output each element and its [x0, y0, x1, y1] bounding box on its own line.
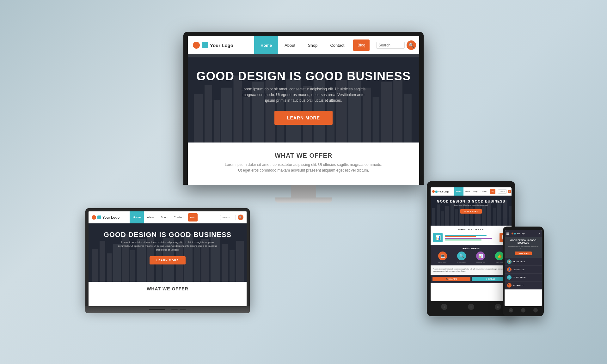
- laptop-hero-title: GOOD DESIGN IS GOOD BUSINESS: [93, 231, 242, 239]
- laptop-nav-blog[interactable]: Blog: [188, 213, 198, 221]
- search-button[interactable]: 🔍: [407, 40, 416, 50]
- tablet-home-btn[interactable]: ○: [468, 304, 474, 310]
- phone-hero-subtitle: Lorem ipsum dolor sit amet consectetur a…: [506, 246, 540, 249]
- laptop-base: [85, 306, 250, 313]
- desktop-hero-content: GOOD DESIGN IS GOOD BUSINESS Lorem ipsum…: [188, 54, 419, 131]
- tablet-offer-section: WHAT WE OFFER 📊 📈: [431, 226, 512, 245]
- tablet-hero: GOOD DESIGN IS GOOD BUSINESS Lorem ipsum…: [431, 196, 512, 226]
- laptop-logo-text: Your Logo: [102, 215, 120, 219]
- laptop-nav-shop[interactable]: Shop: [158, 211, 171, 223]
- phone-home-bar: ◁ ○ □: [505, 306, 542, 312]
- monitor-stand-neck: [291, 185, 316, 197]
- desktop-hero-title: GOOD DESIGN IS GOOD BUSINESS: [194, 70, 413, 83]
- laptop-nav-home[interactable]: Home: [130, 211, 144, 223]
- tablet-icon-label-1: LARGE VISION: [438, 261, 447, 263]
- desktop-hero-subtitle: Lorem ipsum dolor sit amet, consectetur …: [240, 86, 367, 103]
- tablet-nav-blog[interactable]: Blog: [490, 189, 495, 194]
- tablet-icon-circle-1: 💻: [438, 252, 447, 260]
- phone-menu-about[interactable]: 👤 ABOUT US: [505, 266, 542, 274]
- phone-logo-text: Your Logo: [517, 233, 525, 234]
- phone-menu-line-3: [506, 234, 509, 235]
- laptop-logo-square: [97, 215, 101, 219]
- phone-frame: Your Logo ↗ GOOD DESIGN IS GOOD BUSINESS…: [503, 227, 544, 316]
- desktop-offer-section: WHAT WE OFFER Lorem ipsum dolor sit amet…: [188, 143, 419, 185]
- laptop-search-input[interactable]: [220, 215, 236, 220]
- laptop-bottom-controls: [171, 309, 186, 310]
- tablet-hero-subtitle: Lorem ipsum dolor sit amet consectetur a…: [439, 204, 503, 206]
- phone-menu-contact[interactable]: 📞 CONTACT: [505, 282, 542, 289]
- laptop-navbar: Your Logo Home About Shop Contact Blog 🔍: [89, 211, 247, 223]
- phone-screen: Your Logo ↗ GOOD DESIGN IS GOOD BUSINESS…: [505, 230, 542, 306]
- tablet-how-icons: 💻 LARGE VISION 🔍 ERGONOMICS 📊 INFOGRAPHI…: [433, 252, 509, 263]
- phone-learn-more-button[interactable]: LEARN MORE: [515, 252, 532, 255]
- tablet-hero-content: GOOD DESIGN IS GOOD BUSINESS Lorem ipsum…: [431, 196, 512, 216]
- tablet-back-icon: ◁: [443, 306, 445, 308]
- nav-contact[interactable]: Contact: [324, 36, 351, 54]
- nav-about[interactable]: About: [278, 36, 302, 54]
- laptop-logo-circle: [92, 215, 96, 220]
- nav-blog[interactable]: Blog: [353, 39, 370, 51]
- tablet-nav-about[interactable]: About: [463, 187, 472, 196]
- tablet-icon-circle-3: 📊: [476, 252, 485, 260]
- search-input[interactable]: [376, 42, 405, 49]
- nav-home[interactable]: Home: [254, 36, 278, 54]
- desktop-logo-text: Your Logo: [210, 43, 233, 48]
- nav-shop[interactable]: Shop: [302, 36, 324, 54]
- tablet-icon-circle-2: 🔍: [457, 252, 466, 260]
- phone-homepage-label: HOMEPAGE: [513, 261, 526, 263]
- phone-home-btn[interactable]: ○: [521, 308, 525, 312]
- phone-contact-label: CONTACT: [513, 284, 524, 286]
- tablet-offer-bars: [445, 233, 497, 242]
- phone-menu-line-1: [506, 233, 509, 233]
- tablet-bar-4: [445, 240, 481, 240]
- tablet-nav-contact[interactable]: Contact: [479, 187, 489, 196]
- tablet-hero-title: GOOD DESIGN IS GOOD BUSINESS: [433, 199, 509, 203]
- phone-recent-btn[interactable]: □: [533, 308, 538, 312]
- phone-menu-section: 🏠 HOMEPAGE 👤 ABOUT US 🛒 VISIT SHOP 📞 CON…: [505, 258, 542, 289]
- phone-back-btn[interactable]: ◁: [509, 308, 513, 312]
- tablet-how-title: HOW IT WORKS: [433, 247, 509, 250]
- phone-logo: Your Logo: [512, 233, 525, 234]
- laptop-search-button[interactable]: 🔍: [238, 215, 243, 220]
- desktop-navbar: Your Logo Home About Shop Contact Blog 🔍: [188, 36, 419, 54]
- tablet-how-icon-2: 🔍 ERGONOMICS: [457, 252, 466, 263]
- tablet-cta-phone[interactable]: 📞 CALL NOW: [432, 277, 470, 281]
- laptop-nav-contact[interactable]: Contact: [171, 211, 187, 223]
- tablet-learn-more-button[interactable]: LEARN MORE: [460, 209, 482, 214]
- phone-homepage-icon: 🏠: [507, 259, 512, 264]
- laptop-learn-more-button[interactable]: LEARN MORE: [150, 256, 186, 264]
- laptop-search: 🔍: [217, 211, 247, 223]
- tablet-icon-label-4: STAR MORE: [496, 261, 503, 263]
- tablet-recent-btn[interactable]: □: [495, 304, 501, 310]
- phone-menu-homepage[interactable]: 🏠 HOMEPAGE: [505, 258, 542, 266]
- phone-menu-shop[interactable]: 🛒 VISIT SHOP: [505, 274, 542, 282]
- laptop-dot-right: [180, 309, 186, 310]
- laptop-nav-links: Home About Shop Contact Blog: [130, 211, 199, 223]
- tablet-how-it-works: HOW IT WORKS 💻 LARGE VISION 🔍 ERGONOMICS…: [431, 245, 512, 265]
- tablet-offer-icon-1: 📊: [433, 233, 443, 242]
- tablet-cta-buttons: 📞 CALL NOW ✉ EMAIL US: [431, 275, 512, 283]
- laptop-frame: Your Logo Home About Shop Contact Blog 🔍: [85, 208, 250, 306]
- laptop-nav-about[interactable]: About: [144, 211, 158, 223]
- phone-hamburger-icon[interactable]: [506, 233, 509, 235]
- tablet-search-input[interactable]: [498, 189, 507, 194]
- desktop-learn-more-button[interactable]: LEARN MORE: [274, 111, 333, 125]
- tablet-nav-home[interactable]: Home: [454, 187, 463, 196]
- monitor-stand-base: [275, 197, 332, 203]
- tablet-back-btn[interactable]: ◁: [441, 304, 447, 310]
- tablet-bar-2: [445, 236, 476, 237]
- tablet-search-button[interactable]: 🔍: [508, 190, 511, 193]
- tablet-nav-shop[interactable]: Shop: [471, 187, 479, 196]
- laptop-screen: Your Logo Home About Shop Contact Blog 🔍: [89, 211, 247, 306]
- tablet-recent-icon: □: [497, 306, 499, 308]
- desktop-nav-links: Home About Shop Contact Blog: [254, 36, 372, 54]
- laptop-logo-area: Your Logo: [89, 211, 130, 223]
- phone-menu-line-2: [506, 234, 509, 234]
- desktop-offer-text: Lorem ipsum dolor sit amet, consectetur …: [224, 162, 383, 173]
- phone-device: Your Logo ↗ GOOD DESIGN IS GOOD BUSINESS…: [503, 227, 544, 316]
- laptop-hero: GOOD DESIGN IS GOOD BUSINESS Lorem ipsum…: [89, 223, 247, 282]
- laptop-device: Your Logo Home About Shop Contact Blog 🔍: [85, 208, 250, 313]
- tablet-home-icon: ○: [470, 306, 472, 308]
- laptop-offer-section: WHAT WE OFFER: [89, 282, 247, 296]
- phone-share-icon[interactable]: ↗: [538, 232, 540, 235]
